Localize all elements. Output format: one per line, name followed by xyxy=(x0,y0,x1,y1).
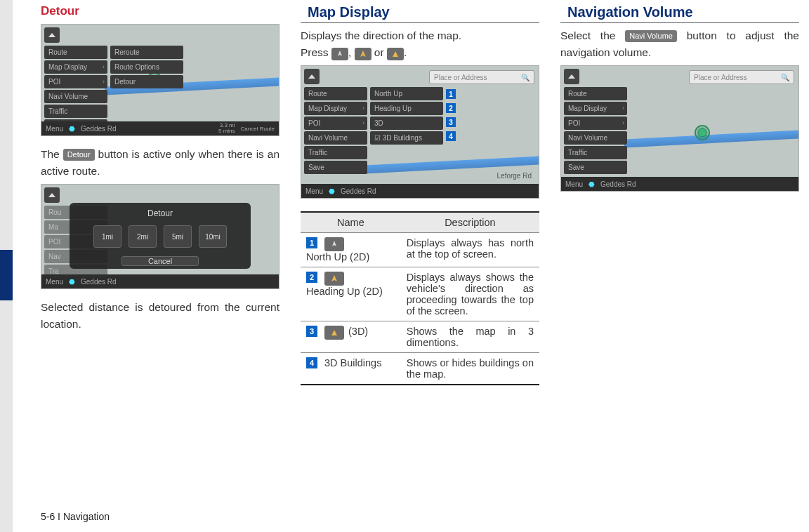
page-footer: 5-6 I Navigation xyxy=(41,511,110,522)
col-nav-volume: Navigation Volume Select the Navi Volume… xyxy=(560,4,799,385)
navi-volume-chip: Navi Volume xyxy=(625,30,677,42)
col-detour: Detour Route Map Display› POI› Navi Volu… xyxy=(41,4,279,385)
detour-para1: The Detour button is active only when th… xyxy=(41,146,279,180)
side-tab xyxy=(0,0,13,532)
screenshot-detour-menu: Route Map Display› POI› Navi Volume Traf… xyxy=(41,24,279,136)
screenshot-nav-volume: Place or Address🔍 Route Map Display› POI… xyxy=(560,65,799,192)
heading-detour: Detour xyxy=(41,4,279,18)
home-icon xyxy=(304,69,320,84)
search-field: Place or Address🔍 xyxy=(689,70,794,84)
3d-icon xyxy=(387,48,404,60)
home-icon xyxy=(44,187,60,203)
svg-marker-3 xyxy=(332,241,336,246)
heading-map-display: Map Display xyxy=(301,4,539,23)
heading-nav-volume: Navigation Volume xyxy=(560,4,799,23)
svg-marker-5 xyxy=(331,330,337,335)
search-field: Place or Address🔍 xyxy=(429,70,534,84)
north-up-icon xyxy=(331,48,348,60)
map-display-table: Name Description 1 North Up (2D) Display… xyxy=(301,211,539,385)
detour-chip: Detour xyxy=(63,149,95,161)
heading-up-icon xyxy=(324,272,344,286)
north-up-icon xyxy=(324,237,344,251)
screenshot-detour-modal: RouMaPOI NavTraSav Detour 1mi 2mi 5mi 10… xyxy=(41,184,279,289)
detour-para2: Selected distance is detoured from the c… xyxy=(41,299,279,333)
home-icon xyxy=(44,27,60,43)
map-intro1: Displays the direction of the map. xyxy=(301,27,539,44)
3d-icon xyxy=(324,326,344,340)
svg-marker-1 xyxy=(360,51,366,57)
nav-volume-para: Select the Navi Volume button to adjust … xyxy=(560,27,799,61)
svg-marker-0 xyxy=(338,51,342,56)
svg-marker-4 xyxy=(331,275,337,281)
svg-marker-2 xyxy=(393,51,398,57)
home-icon xyxy=(564,69,579,84)
page-content: Detour Route Map Display› POI› Navi Volu… xyxy=(41,4,799,385)
heading-up-icon xyxy=(355,48,371,60)
screenshot-map-display: Place or Address🔍 Route Map Display› POI… xyxy=(301,65,539,199)
map-intro2: Press , or . xyxy=(301,44,539,61)
col-map-display: Map Display Displays the direction of th… xyxy=(301,4,539,385)
